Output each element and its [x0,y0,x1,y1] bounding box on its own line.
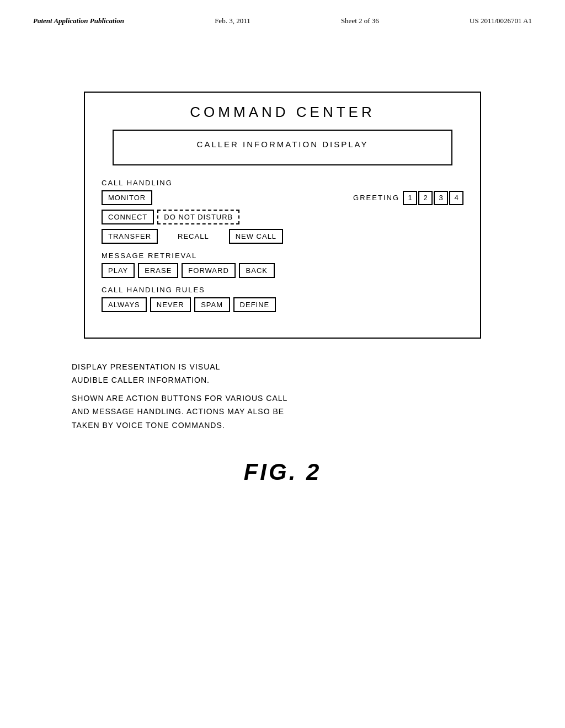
greeting-group: GREETING 1 2 3 4 [353,191,463,205]
page-header: Patent Application Publication Feb. 3, 2… [33,17,532,25]
diagram-title: COMMAND CENTER [102,104,463,121]
spam-button[interactable]: SPAM [194,297,230,312]
description-line-3: SHOWN ARE ACTION BUTTONS FOR VARIOUS CAL… [72,392,532,404]
diagram-box: COMMAND CENTER CALLER INFORMATION DISPLA… [84,92,481,339]
forward-button[interactable]: FORWARD [182,263,235,278]
description-line-4: AND MESSAGE HANDLING. ACTIONS MAY ALSO B… [72,405,532,417]
greeting-3-button[interactable]: 3 [434,191,448,205]
call-handling-label: CALL HANDLING [102,179,463,187]
figure-caption: FIG. 2 [33,459,532,485]
back-button[interactable]: BACK [239,263,275,278]
page: Patent Application Publication Feb. 3, 2… [0,0,565,728]
greeting-1-button[interactable]: 1 [403,191,417,205]
header-publication-label: Patent Application Publication [33,17,124,25]
header-sheet-label: Sheet 2 of 36 [341,17,379,25]
never-button[interactable]: NEVER [150,297,191,312]
greeting-label: GREETING [353,194,399,202]
play-button[interactable]: PLAY [102,263,135,278]
greeting-4-button[interactable]: 4 [449,191,463,205]
monitor-greeting-row: MONITOR GREETING 1 2 3 4 [102,190,463,205]
do-not-disturb-button[interactable]: DO NOT DISTURB [157,210,239,224]
caller-info-label: CALLER INFORMATION DISPLAY [125,140,440,149]
erase-button[interactable]: ERASE [138,263,178,278]
always-button[interactable]: ALWAYS [102,297,147,312]
call-handling-rules-row: ALWAYS NEVER SPAM DEFINE [102,297,463,312]
transfer-recall-newcall-row: TRANSFER RECALL NEW CALL [102,229,463,244]
message-retrieval-row: PLAY ERASE FORWARD BACK [102,263,463,278]
message-retrieval-label: MESSAGE RETRIEVAL [102,251,463,260]
description-section: DISPLAY PRESENTATION IS VISUAL AUDIBLE C… [72,361,532,431]
caller-info-box: CALLER INFORMATION DISPLAY [113,130,452,165]
connect-dnd-row: CONNECT DO NOT DISTURB [102,210,463,224]
transfer-button[interactable]: TRANSFER [102,229,158,244]
greeting-2-button[interactable]: 2 [418,191,433,205]
define-button[interactable]: DEFINE [233,297,276,312]
description-line-2: AUDIBLE CALLER INFORMATION. [72,374,532,386]
description-line-5: TAKEN BY VOICE TONE COMMANDS. [72,419,532,431]
recall-button[interactable]: RECALL [161,230,215,243]
new-call-button[interactable]: NEW CALL [229,229,283,244]
diagram-container: COMMAND CENTER CALLER INFORMATION DISPLA… [33,92,532,339]
call-handling-rules-label: CALL HANDLING RULES [102,286,463,294]
header-patent-label: US 2011/0026701 A1 [470,17,532,25]
header-date-label: Feb. 3, 2011 [215,17,250,25]
connect-button[interactable]: CONNECT [102,210,154,224]
monitor-button[interactable]: MONITOR [102,190,152,205]
description-line-1: DISPLAY PRESENTATION IS VISUAL [72,361,532,373]
